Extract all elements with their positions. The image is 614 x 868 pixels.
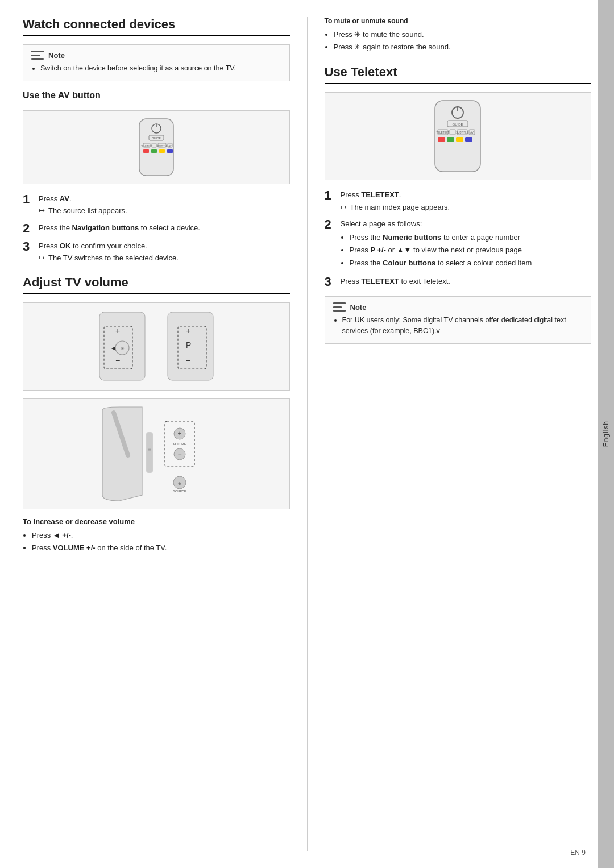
page-footer: EN 9 bbox=[570, 849, 586, 857]
svg-text:−: − bbox=[177, 451, 181, 459]
av-button-title: Use the AV button bbox=[23, 90, 290, 103]
svg-rect-38 bbox=[147, 433, 152, 472]
left-column: Watch connected devices Note Switch on t… bbox=[23, 17, 308, 851]
svg-text:TELETEXT: TELETEXT bbox=[141, 144, 153, 147]
svg-rect-14 bbox=[159, 149, 165, 153]
av-step1-sub: ↦ The source list appears. bbox=[39, 205, 127, 217]
watch-connected-title: Watch connected devices bbox=[23, 17, 290, 36]
av-bold: AV bbox=[60, 194, 69, 203]
teletext-step1-sub: ↦ The main index page appears. bbox=[341, 202, 450, 213]
mute-label: To mute or unmute sound bbox=[325, 17, 592, 25]
right-column: To mute or unmute sound Press ✳ to mute … bbox=[308, 17, 592, 851]
mute-list: Press ✳ to mute the sound. Press ✳ again… bbox=[325, 28, 592, 53]
svg-text:+: + bbox=[186, 326, 190, 335]
language-label: English bbox=[602, 421, 610, 447]
svg-text:VOLUME: VOLUME bbox=[173, 442, 186, 446]
mute-section: To mute or unmute sound Press ✳ to mute … bbox=[325, 17, 592, 53]
step-num-2: 2 bbox=[23, 222, 33, 235]
teletext-bold-3: TELETEXT bbox=[361, 277, 399, 285]
language-sidebar: English bbox=[598, 0, 614, 868]
svg-text:TELETEXT: TELETEXT bbox=[437, 131, 450, 134]
watch-note-box: Note Switch on the device before selecti… bbox=[23, 44, 290, 81]
volume-increase-label: To increase or decrease volume bbox=[23, 517, 290, 526]
volume-remote-image-2: + VOLUME − ⊕ SOURCE ||| bbox=[23, 398, 290, 509]
svg-text:SUBTITLE: SUBTITLE bbox=[156, 144, 167, 147]
p-bold: P +/- bbox=[370, 246, 386, 254]
av-step-1: 1 Press AV. ↦ The source list appears. bbox=[23, 193, 290, 217]
volume-list: Press ◄ +/-. Press VOLUME +/- on the sid… bbox=[23, 529, 290, 554]
note-icon-line2 bbox=[31, 55, 40, 56]
teletext-step-1: 1 Press TELETEXT. ↦ The main index page … bbox=[325, 189, 592, 213]
volume-remote-svg-2: + VOLUME − ⊕ SOURCE ||| bbox=[97, 404, 216, 504]
colour-bold: Colour buttons bbox=[383, 259, 435, 267]
svg-rect-13 bbox=[151, 149, 157, 153]
volume-item-2: Press VOLUME +/- on the side of the TV. bbox=[32, 542, 290, 554]
teletext-step-content-1: Press TELETEXT. ↦ The main index page ap… bbox=[341, 189, 450, 213]
svg-text:GUIDE: GUIDE bbox=[453, 123, 463, 126]
volume-bold-1: ◄ +/- bbox=[53, 531, 71, 539]
teletext-note-line2 bbox=[333, 306, 342, 308]
mute-item-1: Press ✳ to mute the sound. bbox=[334, 28, 592, 41]
teletext-bullet-3: Press the Colour buttons to select a col… bbox=[350, 258, 532, 269]
svg-rect-55 bbox=[465, 137, 472, 142]
av-step3-sub: ↦ The TV switches to the selected device… bbox=[39, 252, 179, 264]
teletext-bullet-2: Press P +/- or ▲▼ to view the next or pr… bbox=[350, 244, 532, 256]
step-content-2: Press the Navigation buttons to select a… bbox=[39, 222, 200, 234]
svg-text:AV: AV bbox=[470, 131, 474, 134]
remote-svg-small: GUIDE TELETEXT SUBTITLE AV bbox=[111, 116, 202, 178]
volume-remote-svg-wrapper-1: + ◄ ✳ − + bbox=[88, 301, 225, 392]
teletext-bullet-1: Press the Numeric buttons to enter a pag… bbox=[350, 232, 532, 243]
teletext-remote-svg-wrapper: GUIDE TELETEXT SUBTITLE AV bbox=[395, 92, 520, 180]
teletext-step-num-2: 2 bbox=[325, 218, 335, 231]
ok-bold: OK bbox=[60, 242, 71, 250]
note-icon-line1 bbox=[31, 51, 44, 52]
svg-text:+: + bbox=[177, 430, 181, 438]
volume-remote-svg-1: + ◄ ✳ − + bbox=[94, 306, 219, 386]
teletext-step2-bullets: Press the Numeric buttons to enter a pag… bbox=[341, 232, 532, 269]
av-step-3: 3 Press OK to confirm your choice. ↦ The… bbox=[23, 240, 290, 264]
teletext-step-content-3: Press TELETEXT to exit Teletext. bbox=[341, 276, 450, 287]
svg-text:⊕: ⊕ bbox=[178, 481, 181, 485]
svg-text:✳: ✳ bbox=[120, 346, 124, 351]
teletext-note-item: For UK users only: Some digital TV chann… bbox=[342, 315, 583, 337]
svg-text:SUBTITLE: SUBTITLE bbox=[456, 131, 468, 134]
svg-text:−: − bbox=[115, 356, 120, 365]
mute-item-2: Press ✳ again to restore the sound. bbox=[334, 41, 592, 53]
remote-svg-wrapper: GUIDE TELETEXT SUBTITLE AV bbox=[105, 110, 208, 184]
svg-text:+: + bbox=[115, 326, 120, 335]
av-remote-image: GUIDE TELETEXT SUBTITLE AV bbox=[23, 110, 290, 184]
svg-rect-40 bbox=[435, 101, 480, 172]
teletext-note-icon bbox=[333, 302, 346, 312]
adjust-tv-title: Adjust TV volume bbox=[23, 275, 290, 294]
svg-rect-52 bbox=[438, 137, 445, 142]
teletext-step-num-3: 3 bbox=[325, 276, 335, 288]
teletext-step-content-2: Select a page as follows: Press the Nume… bbox=[341, 218, 532, 270]
av-step-2: 2 Press the Navigation buttons to select… bbox=[23, 222, 290, 235]
svg-text:GUIDE: GUIDE bbox=[152, 136, 161, 140]
nav-bold: Navigation buttons bbox=[72, 223, 139, 232]
teletext-note-line1 bbox=[333, 302, 346, 304]
note-body: Switch on the device before selecting it… bbox=[31, 63, 281, 74]
teletext-bold-1: TELETEXT bbox=[361, 190, 399, 199]
svg-text:AV: AV bbox=[168, 144, 171, 147]
teletext-note-label: Note bbox=[350, 303, 367, 312]
teletext-step-3: 3 Press TELETEXT to exit Teletext. bbox=[325, 276, 592, 288]
teletext-remote-svg: GUIDE TELETEXT SUBTITLE AV bbox=[401, 98, 515, 175]
teletext-note-body: For UK users only: Some digital TV chann… bbox=[333, 315, 583, 337]
svg-rect-12 bbox=[143, 149, 149, 153]
svg-text:P: P bbox=[186, 340, 191, 350]
teletext-title: Use Teletext bbox=[325, 65, 592, 84]
svg-text:|||: ||| bbox=[148, 448, 151, 450]
arrow-bold: ▲▼ bbox=[397, 246, 412, 254]
page-container: English Watch connected devices Note bbox=[0, 0, 614, 868]
teletext-remote-image: GUIDE TELETEXT SUBTITLE AV bbox=[325, 92, 592, 180]
volume-remote-svg-wrapper-2: + VOLUME − ⊕ SOURCE ||| bbox=[91, 398, 222, 509]
step-content-3: Press OK to confirm your choice. ↦ The T… bbox=[39, 240, 179, 264]
teletext-step-num-1: 1 bbox=[325, 189, 335, 202]
teletext-note-header: Note bbox=[333, 302, 583, 312]
volume-item-1: Press ◄ +/-. bbox=[32, 529, 290, 542]
svg-rect-53 bbox=[447, 137, 454, 142]
note-icon bbox=[31, 51, 44, 60]
note-icon-line3 bbox=[31, 58, 44, 60]
note-item: Switch on the device before selecting it… bbox=[40, 63, 281, 74]
